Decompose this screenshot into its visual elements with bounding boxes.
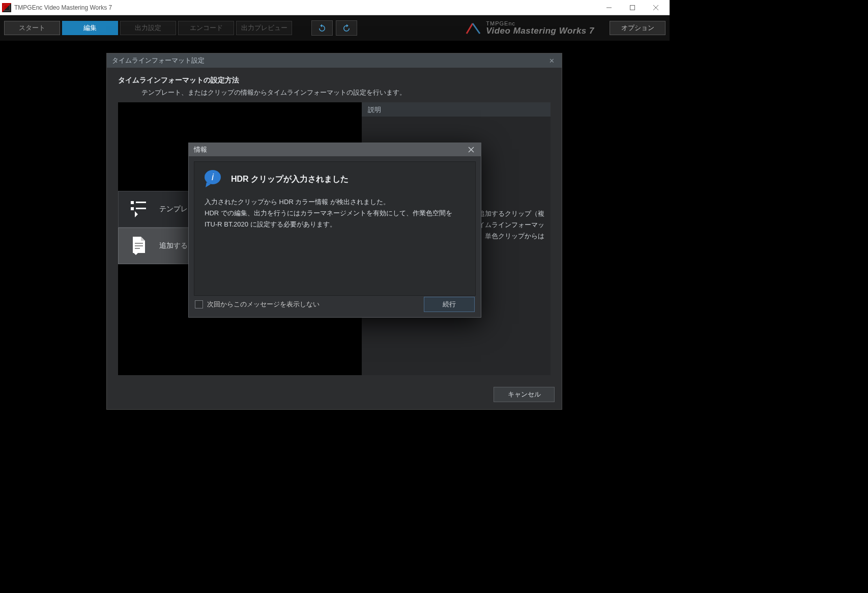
svg-rect-3 — [131, 207, 134, 210]
panel-title-text: タイムラインフォーマット設定 — [112, 56, 205, 65]
option-add-clip-label: 追加する — [159, 241, 188, 250]
cancel-button[interactable]: キャンセル — [494, 387, 555, 402]
main-toolbar: スタート 編集 出力設定 エンコード 出力プレビュー TMPGEnc Video… — [0, 15, 670, 41]
modal-title-text: 情報 — [194, 145, 207, 154]
panel-titlebar: タイムラインフォーマット設定 ✕ — [107, 53, 562, 68]
modal-heading: HDR クリップが入力されました — [231, 174, 349, 185]
tab-start[interactable]: スタート — [4, 21, 60, 35]
close-button[interactable] — [644, 0, 668, 15]
tab-encode[interactable]: エンコード — [178, 21, 234, 35]
info-icon: i — [204, 169, 224, 189]
maximize-button[interactable] — [621, 0, 644, 15]
tab-output-preview[interactable]: 出力プレビュー — [236, 21, 292, 35]
svg-rect-2 — [136, 202, 146, 203]
brand-line2: Video Mastering Works 7 — [486, 26, 594, 35]
modal-message: 入力されたクリップから HDR カラー情報 が検出されました。 HDR での編集… — [205, 196, 466, 230]
brand-logo-icon — [466, 21, 481, 35]
brand-area: TMPGEnc Video Mastering Works 7 オプション — [466, 21, 666, 35]
modal-close-button[interactable] — [467, 145, 476, 154]
minimize-button[interactable] — [597, 0, 621, 15]
panel-heading: タイムラインフォーマットの設定方法 — [118, 76, 551, 85]
modal-titlebar: 情報 — [189, 143, 481, 156]
svg-rect-5 — [135, 243, 143, 244]
tab-output-settings[interactable]: 出力設定 — [120, 21, 176, 35]
window-title: TMPGEnc Video Mastering Works 7 — [14, 4, 112, 11]
info-modal: 情報 i HDR クリップが入力されました 入力されたクリップから HDR カラ… — [188, 143, 481, 318]
app-icon — [2, 3, 11, 12]
window-titlebar: TMPGEnc Video Mastering Works 7 — [0, 0, 670, 15]
options-button[interactable]: オプション — [610, 21, 666, 35]
dont-show-label: 次回からこのメッセージを表示しない — [207, 300, 320, 309]
dont-show-checkbox[interactable] — [195, 300, 203, 308]
svg-rect-6 — [135, 245, 143, 246]
description-header: 説明 — [362, 102, 551, 117]
template-list-icon — [119, 199, 159, 219]
panel-subheading: テンプレート、またはクリップの情報からタイムラインフォーマットの設定を行います。 — [141, 88, 551, 97]
tab-edit[interactable]: 編集 — [62, 21, 118, 35]
svg-rect-4 — [136, 208, 146, 209]
undo-button[interactable] — [311, 20, 333, 36]
svg-rect-0 — [630, 5, 635, 10]
redo-button[interactable] — [336, 20, 357, 36]
svg-rect-7 — [135, 248, 140, 249]
svg-rect-1 — [131, 201, 134, 204]
continue-button[interactable]: 続行 — [424, 297, 475, 312]
panel-close-button[interactable]: ✕ — [546, 57, 557, 65]
document-download-icon — [119, 236, 159, 256]
